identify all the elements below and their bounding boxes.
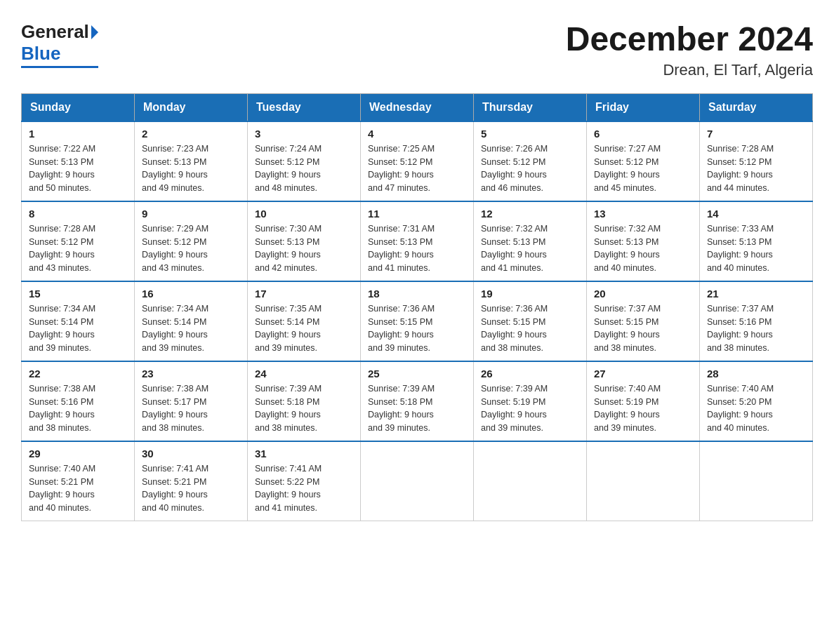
day-number: 9 [142,208,240,220]
calendar-day-cell: 23 Sunrise: 7:38 AM Sunset: 5:17 PM Dayl… [135,361,248,441]
logo-underline [21,66,98,68]
calendar-day-cell: 25 Sunrise: 7:39 AM Sunset: 5:18 PM Dayl… [361,361,474,441]
calendar-day-cell: 1 Sunrise: 7:22 AM Sunset: 5:13 PM Dayli… [22,121,135,201]
day-info: Sunrise: 7:39 AM Sunset: 5:18 PM Dayligh… [368,382,466,435]
day-info: Sunrise: 7:35 AM Sunset: 5:14 PM Dayligh… [255,302,353,355]
calendar-day-cell: 30 Sunrise: 7:41 AM Sunset: 5:21 PM Dayl… [135,441,248,521]
calendar-day-cell: 26 Sunrise: 7:39 AM Sunset: 5:19 PM Dayl… [474,361,587,441]
calendar-day-header: Tuesday [248,93,361,121]
day-number: 6 [594,128,692,140]
day-info: Sunrise: 7:40 AM Sunset: 5:19 PM Dayligh… [594,382,692,435]
calendar-day-cell: 29 Sunrise: 7:40 AM Sunset: 5:21 PM Dayl… [22,441,135,521]
day-info: Sunrise: 7:41 AM Sunset: 5:21 PM Dayligh… [142,462,240,515]
day-info: Sunrise: 7:25 AM Sunset: 5:12 PM Dayligh… [368,142,466,195]
day-number: 13 [594,208,692,220]
day-number: 2 [142,128,240,140]
day-number: 19 [481,288,579,300]
day-info: Sunrise: 7:33 AM Sunset: 5:13 PM Dayligh… [707,222,805,275]
calendar-day-cell: 7 Sunrise: 7:28 AM Sunset: 5:12 PM Dayli… [700,121,813,201]
day-info: Sunrise: 7:37 AM Sunset: 5:15 PM Dayligh… [594,302,692,355]
page-title: December 2024 [566,21,813,58]
day-number: 29 [29,448,127,459]
calendar-day-cell: 31 Sunrise: 7:41 AM Sunset: 5:22 PM Dayl… [248,441,361,521]
day-info: Sunrise: 7:31 AM Sunset: 5:13 PM Dayligh… [368,222,466,275]
day-number: 28 [707,368,805,380]
day-info: Sunrise: 7:36 AM Sunset: 5:15 PM Dayligh… [481,302,579,355]
day-number: 1 [29,128,127,140]
day-info: Sunrise: 7:28 AM Sunset: 5:12 PM Dayligh… [29,222,127,275]
calendar-day-cell: 21 Sunrise: 7:37 AM Sunset: 5:16 PM Dayl… [700,281,813,361]
day-info: Sunrise: 7:24 AM Sunset: 5:12 PM Dayligh… [255,142,353,195]
day-number: 10 [255,208,353,220]
day-number: 23 [142,368,240,380]
calendar-day-cell [474,441,587,521]
day-number: 3 [255,128,353,140]
day-number: 7 [707,128,805,140]
calendar-day-cell: 20 Sunrise: 7:37 AM Sunset: 5:15 PM Dayl… [587,281,700,361]
day-number: 16 [142,288,240,300]
day-number: 14 [707,208,805,220]
day-info: Sunrise: 7:26 AM Sunset: 5:12 PM Dayligh… [481,142,579,195]
calendar-week-row: 29 Sunrise: 7:40 AM Sunset: 5:21 PM Dayl… [22,441,813,521]
day-info: Sunrise: 7:38 AM Sunset: 5:16 PM Dayligh… [29,382,127,435]
calendar-day-header: Wednesday [361,93,474,121]
day-info: Sunrise: 7:32 AM Sunset: 5:13 PM Dayligh… [594,222,692,275]
calendar-week-row: 15 Sunrise: 7:34 AM Sunset: 5:14 PM Dayl… [22,281,813,361]
calendar-day-cell: 14 Sunrise: 7:33 AM Sunset: 5:13 PM Dayl… [700,201,813,281]
calendar-day-cell: 22 Sunrise: 7:38 AM Sunset: 5:16 PM Dayl… [22,361,135,441]
calendar-day-cell: 10 Sunrise: 7:30 AM Sunset: 5:13 PM Dayl… [248,201,361,281]
page-header: General Blue December 2024 Drean, El Tar… [21,21,813,79]
day-info: Sunrise: 7:28 AM Sunset: 5:12 PM Dayligh… [707,142,805,195]
day-info: Sunrise: 7:34 AM Sunset: 5:14 PM Dayligh… [142,302,240,355]
calendar-day-cell: 15 Sunrise: 7:34 AM Sunset: 5:14 PM Dayl… [22,281,135,361]
day-info: Sunrise: 7:36 AM Sunset: 5:15 PM Dayligh… [368,302,466,355]
day-info: Sunrise: 7:40 AM Sunset: 5:21 PM Dayligh… [29,462,127,515]
calendar-day-cell: 24 Sunrise: 7:39 AM Sunset: 5:18 PM Dayl… [248,361,361,441]
calendar-day-cell: 8 Sunrise: 7:28 AM Sunset: 5:12 PM Dayli… [22,201,135,281]
day-info: Sunrise: 7:38 AM Sunset: 5:17 PM Dayligh… [142,382,240,435]
day-info: Sunrise: 7:22 AM Sunset: 5:13 PM Dayligh… [29,142,127,195]
day-number: 27 [594,368,692,380]
calendar-day-cell: 17 Sunrise: 7:35 AM Sunset: 5:14 PM Dayl… [248,281,361,361]
calendar-day-cell: 12 Sunrise: 7:32 AM Sunset: 5:13 PM Dayl… [474,201,587,281]
day-info: Sunrise: 7:29 AM Sunset: 5:12 PM Dayligh… [142,222,240,275]
calendar-day-cell [361,441,474,521]
day-number: 20 [594,288,692,300]
calendar-week-row: 1 Sunrise: 7:22 AM Sunset: 5:13 PM Dayli… [22,121,813,201]
logo-blue-text: Blue [21,43,60,64]
calendar-day-cell: 2 Sunrise: 7:23 AM Sunset: 5:13 PM Dayli… [135,121,248,201]
logo-triangle-icon [91,25,98,39]
calendar-day-cell: 28 Sunrise: 7:40 AM Sunset: 5:20 PM Dayl… [700,361,813,441]
logo: General Blue [21,21,98,68]
day-info: Sunrise: 7:39 AM Sunset: 5:18 PM Dayligh… [255,382,353,435]
calendar-day-cell [587,441,700,521]
day-number: 12 [481,208,579,220]
day-number: 8 [29,208,127,220]
calendar-day-cell: 9 Sunrise: 7:29 AM Sunset: 5:12 PM Dayli… [135,201,248,281]
calendar-day-cell: 4 Sunrise: 7:25 AM Sunset: 5:12 PM Dayli… [361,121,474,201]
day-info: Sunrise: 7:27 AM Sunset: 5:12 PM Dayligh… [594,142,692,195]
day-number: 31 [255,448,353,459]
calendar-day-cell: 18 Sunrise: 7:36 AM Sunset: 5:15 PM Dayl… [361,281,474,361]
day-number: 4 [368,128,466,140]
calendar-header-row: SundayMondayTuesdayWednesdayThursdayFrid… [22,93,813,121]
day-number: 5 [481,128,579,140]
calendar-day-cell [700,441,813,521]
calendar-day-header: Friday [587,93,700,121]
day-number: 17 [255,288,353,300]
day-number: 11 [368,208,466,220]
day-number: 24 [255,368,353,380]
calendar-day-cell: 5 Sunrise: 7:26 AM Sunset: 5:12 PM Dayli… [474,121,587,201]
day-info: Sunrise: 7:23 AM Sunset: 5:13 PM Dayligh… [142,142,240,195]
calendar-day-header: Thursday [474,93,587,121]
calendar-day-cell: 3 Sunrise: 7:24 AM Sunset: 5:12 PM Dayli… [248,121,361,201]
day-number: 21 [707,288,805,300]
day-info: Sunrise: 7:41 AM Sunset: 5:22 PM Dayligh… [255,462,353,515]
calendar-day-header: Monday [135,93,248,121]
calendar-week-row: 22 Sunrise: 7:38 AM Sunset: 5:16 PM Dayl… [22,361,813,441]
logo-general-text: General [21,21,89,43]
calendar-day-header: Saturday [700,93,813,121]
day-info: Sunrise: 7:40 AM Sunset: 5:20 PM Dayligh… [707,382,805,435]
day-info: Sunrise: 7:34 AM Sunset: 5:14 PM Dayligh… [29,302,127,355]
day-number: 26 [481,368,579,380]
